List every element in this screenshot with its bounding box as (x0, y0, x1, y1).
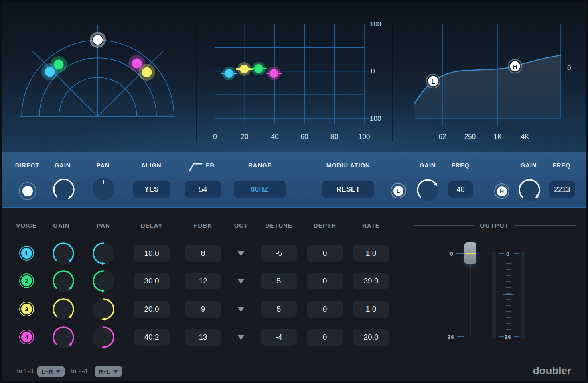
direct-pan-tick (103, 180, 104, 184)
pan-radar-display[interactable] (12, 19, 185, 140)
voice-3-rate-field[interactable]: 1.0 (353, 301, 389, 318)
high-gain-label: GAIN (521, 162, 537, 169)
pan-dot-direct[interactable] (91, 33, 105, 47)
range-button[interactable]: 80HZ (234, 181, 286, 198)
voice-4-pan-knob[interactable] (90, 324, 117, 350)
input-13-dropdown[interactable]: L+R (37, 366, 65, 377)
low-freq-label: FREQ (452, 162, 470, 169)
high-gain-knob[interactable] (516, 177, 543, 203)
direct-toggle-button[interactable] (19, 182, 36, 200)
voice-4-button[interactable]: 4 (21, 332, 32, 342)
voice-1-fdbk-field[interactable]: 8 (185, 245, 221, 262)
delay-dot-voice-1[interactable] (221, 67, 237, 80)
delay-x-tick: 60 (301, 133, 308, 141)
low-freq-field[interactable]: 40 (448, 181, 473, 198)
voice-3-depth-field[interactable]: 0 (307, 301, 343, 318)
voice-row-2: 2 30.0 12 5 0 39.9 (0, 268, 588, 294)
voice-2-depth-field[interactable]: 0 (307, 273, 343, 289)
eq-high-handle-label: H (511, 63, 519, 70)
delay-y-tick: 0 (371, 67, 375, 75)
voice-2-button[interactable]: 2 (21, 275, 32, 286)
voice-1-delay-field[interactable]: 10.0 (134, 245, 170, 262)
output-header-line (515, 225, 576, 226)
input-13-dropdown-value: L+R (41, 368, 53, 375)
fader-zero-label: 0 (450, 251, 453, 257)
voice-3-fdbk-field[interactable]: 9 (185, 301, 221, 318)
voice-3-oct-down-icon[interactable] (237, 307, 245, 312)
input-24-dropdown[interactable]: R+L (95, 366, 122, 377)
voice-4-detune-field[interactable]: -4 (261, 329, 297, 346)
col-header-detune: DETUNE (265, 222, 292, 229)
col-header-fdbk: FDBK (194, 222, 212, 229)
meter-zero-label: 0 (506, 251, 509, 257)
voice-3-button[interactable]: 3 (21, 304, 32, 314)
delay-detune-chart[interactable] (215, 24, 372, 125)
voice-3-delay-field[interactable]: 20.0 (134, 301, 170, 318)
eq-chart[interactable] (414, 24, 571, 128)
voice-4-depth-field[interactable]: 0 (307, 329, 343, 346)
delay-dot-voice-3[interactable] (236, 62, 253, 76)
voice-3-detune-field[interactable]: 5 (261, 301, 297, 318)
voice-1-depth-field[interactable]: 0 (307, 245, 343, 262)
voice-4-rate-field[interactable]: 20.0 (353, 329, 389, 346)
voice-4-oct-down-icon[interactable] (237, 335, 245, 340)
voice-4-delay-field[interactable]: 40.2 (134, 329, 170, 346)
voice-2-pan-knob[interactable] (90, 268, 117, 294)
low-gain-label: GAIN (420, 162, 436, 169)
delay-x-tick: 0 (213, 133, 217, 141)
output-fader-handle[interactable] (464, 242, 476, 264)
align-button[interactable]: YES (133, 181, 170, 198)
output-fader-track[interactable] (470, 253, 471, 337)
voice-1-detune-field[interactable]: -5 (261, 245, 297, 262)
range-label: RANGE (248, 162, 272, 169)
voice-1-number: 1 (25, 250, 28, 257)
pan-dot-voice-3[interactable] (138, 64, 155, 81)
input-24-dropdown-value: R+L (99, 368, 110, 375)
meter-24-label: 24 (505, 334, 511, 340)
voice-2-gain-knob[interactable] (50, 268, 77, 294)
voice-1-oct-down-icon[interactable] (237, 251, 245, 256)
low-gain-knob[interactable] (414, 177, 441, 203)
output-header-line (414, 225, 474, 226)
voice-1-rate-field[interactable]: 1.0 (353, 245, 389, 262)
delay-dot-voice-4[interactable] (266, 67, 282, 80)
eq-x-tick: 62 (439, 133, 446, 141)
high-freq-field[interactable]: 2213 (549, 181, 575, 198)
voice-4-fdbk-field[interactable]: 13 (185, 329, 221, 346)
direct-pan-knob[interactable] (93, 178, 114, 200)
eq-low-handle-label: L (429, 78, 438, 85)
voice-2-detune-field[interactable]: 5 (261, 273, 297, 289)
voice-2-fdbk-field[interactable]: 12 (185, 273, 221, 289)
delay-dot-voice-2[interactable] (250, 62, 267, 75)
voice-2-rate-field[interactable]: 39.9 (353, 273, 389, 289)
doubler-logo: doubler (533, 365, 571, 377)
pan-dot-voice-1[interactable] (41, 63, 58, 80)
high-shelf-badge-letter: H (497, 186, 507, 196)
voice-2-delay-field[interactable]: 30.0 (134, 273, 170, 289)
direct-gain-knob[interactable] (51, 176, 77, 203)
doubler-plugin-window: 100 0 100 0 20 40 60 80 100 L H 0 62 250… (0, 0, 588, 383)
modulation-reset-button[interactable]: RESET (322, 181, 374, 198)
input-24-label: In 2-4 (71, 368, 87, 375)
voice-1-gain-knob[interactable] (50, 240, 77, 267)
fb-value-field[interactable]: 54 (185, 181, 221, 198)
direct-control-bar (0, 152, 588, 208)
delay-y-tick: 100 (370, 20, 381, 29)
input-13-label: In 1-3 (17, 368, 33, 375)
meter-24-tick (514, 336, 519, 337)
output-meter-scale (506, 263, 511, 332)
voice-4-gain-knob[interactable] (50, 324, 77, 350)
output-meter-right (521, 252, 525, 338)
voice-3-gain-knob[interactable] (50, 296, 77, 322)
col-header-oct: OCT (234, 222, 248, 229)
low-shelf-badge-letter: L (393, 186, 403, 196)
eq-x-tick: 1K (494, 133, 502, 141)
panel-separator (392, 22, 393, 142)
high-shelf-badge: H (494, 183, 509, 199)
voice-1-pan-knob[interactable] (90, 240, 117, 267)
voice-2-oct-down-icon[interactable] (237, 279, 245, 284)
meter-zero-tick (499, 253, 504, 254)
delay-x-tick: 100 (359, 133, 370, 141)
voice-1-button[interactable]: 1 (21, 248, 32, 259)
voice-3-pan-knob[interactable] (90, 296, 117, 322)
